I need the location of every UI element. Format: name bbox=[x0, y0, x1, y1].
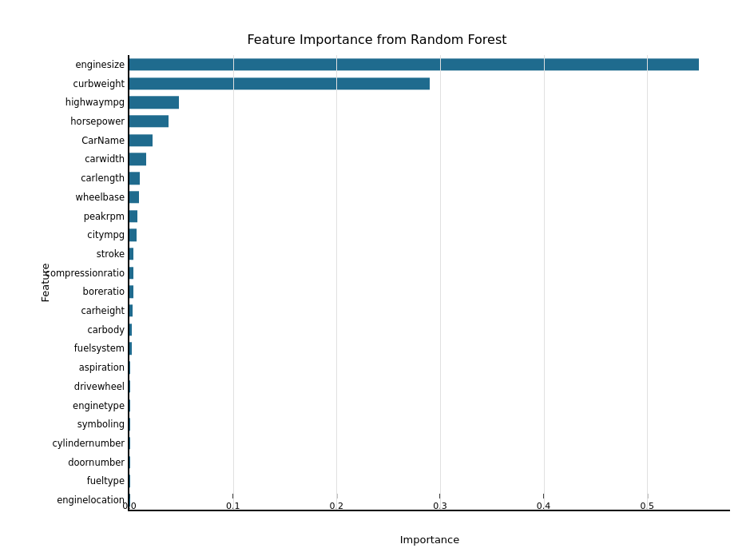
bar-row: curbweight bbox=[129, 74, 730, 93]
bar-row: fueltype bbox=[129, 472, 730, 491]
bar-label: highwaympg bbox=[65, 97, 125, 108]
bar-label: curbweight bbox=[73, 78, 125, 89]
bar-row: symboling bbox=[129, 415, 730, 434]
bar bbox=[129, 115, 169, 127]
bar-label: fueltype bbox=[87, 475, 125, 487]
bar-row: cylindernumber bbox=[129, 434, 730, 453]
bar bbox=[129, 380, 130, 392]
bar-row: carwidth bbox=[129, 150, 730, 169]
bar-row: fuelsystem bbox=[129, 340, 730, 359]
bar-row: drivewheel bbox=[129, 377, 730, 396]
bar-label: drivewheel bbox=[74, 381, 125, 392]
bar-row: carheight bbox=[129, 301, 730, 320]
bar bbox=[129, 248, 133, 260]
chart-container: Feature Importance from Random Forest Fe… bbox=[0, 0, 754, 560]
bar-label: fuelsystem bbox=[74, 343, 125, 354]
bar-row: carlength bbox=[129, 169, 730, 188]
bar-row: stroke bbox=[129, 244, 730, 264]
bar bbox=[129, 399, 130, 411]
x-tick-label: 0.0 bbox=[122, 501, 137, 511]
x-tick: 0.0 bbox=[122, 494, 137, 511]
bar-row: highwaympg bbox=[129, 93, 730, 112]
bar-row: enginesize bbox=[129, 55, 730, 74]
bar-label: enginelocation bbox=[57, 494, 125, 506]
bar-row: citympg bbox=[129, 225, 730, 244]
bars-wrapper: enginesizecurbweighthighwaympghorsepower… bbox=[129, 55, 730, 510]
bar bbox=[129, 267, 133, 279]
bar-row: horsepower bbox=[129, 112, 730, 131]
bar bbox=[129, 153, 146, 165]
bar-label: carheight bbox=[81, 305, 125, 316]
bar bbox=[129, 172, 140, 184]
gridline bbox=[544, 55, 545, 510]
bar bbox=[129, 343, 132, 355]
bar bbox=[129, 210, 137, 222]
bar-row: wheelbase bbox=[129, 188, 730, 207]
bar-label: carbody bbox=[87, 324, 125, 336]
bar bbox=[129, 229, 137, 241]
x-axis-label: Importance bbox=[400, 534, 460, 546]
bar-label: wheelbase bbox=[76, 192, 125, 203]
gridline bbox=[647, 55, 648, 510]
bar bbox=[129, 361, 130, 373]
gridline bbox=[336, 55, 337, 510]
bar-label: citympg bbox=[87, 229, 125, 240]
bar-label: symboling bbox=[77, 419, 125, 430]
bar-label: peakrpm bbox=[84, 211, 125, 222]
bar-label: carwidth bbox=[85, 153, 125, 165]
bar-row: carbody bbox=[129, 320, 730, 340]
bar-label: doornumber bbox=[68, 457, 125, 468]
gridline bbox=[233, 55, 234, 510]
bar-label: stroke bbox=[97, 248, 125, 260]
bar-row: boreratio bbox=[129, 283, 730, 302]
x-tick-line bbox=[129, 494, 130, 498]
chart-area: Feature Importance enginesizecurbweighth… bbox=[128, 55, 730, 511]
gridline bbox=[440, 55, 441, 510]
bar bbox=[129, 134, 153, 146]
bar-label: horsepower bbox=[70, 116, 125, 127]
bar-label: enginesize bbox=[75, 59, 125, 70]
bar-row: CarName bbox=[129, 131, 730, 150]
bar-row: enginetype bbox=[129, 396, 730, 415]
bar bbox=[129, 324, 132, 336]
bar bbox=[129, 419, 130, 431]
bar-row: peakrpm bbox=[129, 207, 730, 226]
bar-label: CarName bbox=[81, 135, 125, 146]
bar-label: cylindernumber bbox=[52, 438, 125, 449]
bar-row: aspiration bbox=[129, 358, 730, 377]
bar-label: boreratio bbox=[83, 286, 125, 297]
bar bbox=[129, 437, 130, 449]
bar bbox=[129, 304, 133, 316]
bar-label: compressionratio bbox=[46, 268, 125, 279]
bar bbox=[129, 286, 133, 298]
bar-label: enginetype bbox=[73, 400, 125, 411]
bar bbox=[129, 77, 430, 89]
bar-label: aspiration bbox=[79, 362, 125, 373]
bar bbox=[129, 58, 699, 70]
bar bbox=[129, 97, 179, 109]
chart-title: Feature Importance from Random Forest bbox=[24, 32, 730, 47]
bar bbox=[129, 191, 139, 203]
bar-label: carlength bbox=[81, 173, 125, 184]
bar-row: doornumber bbox=[129, 453, 730, 472]
bar-row: compressionratio bbox=[129, 264, 730, 283]
